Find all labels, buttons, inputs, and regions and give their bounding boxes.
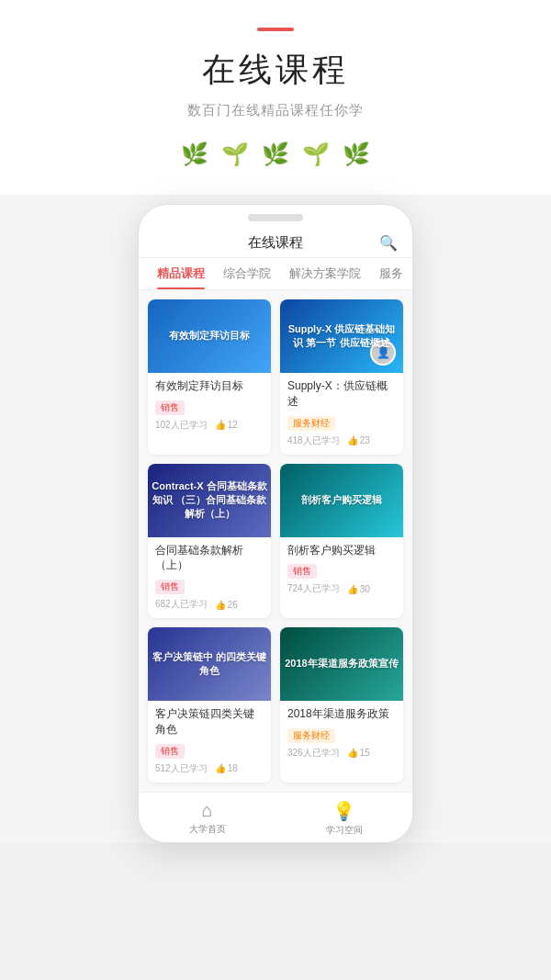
like-count-5: 👍 18: [215, 763, 238, 773]
plant-decoration: 🌿 🌱 🌿 🌱 🌿: [181, 141, 370, 167]
course-thumb-bg-6: 2018年渠道服务政策宣传: [280, 627, 403, 701]
course-name-4: 剖析客户购买逻辑: [287, 543, 396, 558]
like-num-1: 12: [228, 420, 238, 430]
like-num-3: 26: [228, 600, 238, 610]
course-tag-2: 服务财经: [287, 416, 335, 431]
learners-count-5: 512人已学习: [155, 762, 208, 775]
like-icon-3: 👍: [215, 600, 226, 610]
plant-icon-2: 🌱: [221, 141, 249, 167]
course-card-6[interactable]: 2018年渠道服务政策宣传 2018年渠道服务政策 服务财经 326人已学习 👍…: [280, 627, 403, 783]
like-count-6: 👍 15: [347, 748, 370, 758]
like-icon-2: 👍: [347, 435, 358, 445]
tab-premium[interactable]: 精品课程: [148, 258, 214, 289]
study-icon: 💡: [332, 800, 355, 822]
phone-header: 在线课程 🔍: [139, 227, 412, 258]
course-name-3: 合同基础条款解析（上）: [155, 543, 264, 574]
like-count-1: 👍 12: [215, 420, 238, 430]
course-thumb-text-2: Supply-X 供应链基础知识 第一节 供应链概述: [280, 319, 403, 355]
learners-count-1: 102人已学习: [155, 419, 208, 432]
course-stats-3: 682人已学习 👍 26: [155, 598, 264, 611]
phone-notch: [248, 214, 303, 221]
course-thumb-5: 客户决策链中 的四类关键角色: [148, 627, 271, 701]
home-icon: ⌂: [201, 800, 212, 821]
course-tabs: 精品课程 综合学院 解决方案学院 服务: [139, 258, 412, 290]
plant-icon-3: 🌿: [262, 141, 289, 167]
like-icon-6: 👍: [347, 748, 358, 758]
course-card-4[interactable]: 剖析客户购买逻辑 剖析客户购买逻辑 销售 724人已学习 👍 30: [280, 464, 403, 619]
course-stats-4: 724人已学习 👍 30: [287, 582, 396, 595]
course-tag-4: 销售: [287, 564, 317, 579]
hero-title: 在线课程: [202, 48, 349, 93]
course-thumb-bg-2: Supply-X 供应链基础知识 第一节 供应链概述 👤: [280, 299, 403, 373]
course-card-1[interactable]: 有效制定拜访目标 有效制定拜访目标 销售 102人已学习 👍 12: [148, 299, 271, 455]
course-name-6: 2018年渠道服务政策: [287, 706, 396, 722]
course-info-6: 2018年渠道服务政策 服务财经 326人已学习 👍 15: [280, 701, 403, 767]
learners-count-2: 418人已学习: [287, 434, 340, 447]
like-num-6: 15: [360, 748, 370, 758]
course-info-4: 剖析客户购买逻辑 销售 724人已学习 👍 30: [280, 537, 403, 603]
learners-count-3: 682人已学习: [155, 598, 208, 611]
course-thumb-3: Contract-X 合同基础条款知识 （三）合同基础条款解析（上）: [148, 464, 271, 537]
tab-solution[interactable]: 解决方案学院: [280, 258, 370, 289]
course-name-2: Supply-X：供应链概述: [287, 378, 396, 410]
course-thumb-bg-5: 客户决策链中 的四类关键角色: [148, 627, 271, 701]
nav-item-study[interactable]: 💡 学习空间: [276, 793, 412, 842]
hero-section: 在线课程 数百门在线精品课程任你学 🌿 🌱 🌿 🌱 🌿: [0, 0, 551, 195]
course-name-5: 客户决策链四类关键角色: [155, 706, 264, 738]
nav-item-home[interactable]: ⌂ 大学首页: [139, 793, 276, 842]
like-num-5: 18: [228, 763, 238, 773]
nav-label-home: 大学首页: [189, 823, 226, 836]
course-tag-1: 销售: [155, 400, 185, 415]
phone-wrapper: 在线课程 🔍 精品课程 综合学院 解决方案学院 服务 有效制定拜访目标 有效制定…: [0, 195, 551, 843]
course-name-1: 有效制定拜访目标: [155, 378, 264, 394]
course-info-3: 合同基础条款解析（上） 销售 682人已学习 👍 26: [148, 537, 271, 619]
course-thumb-text-3: Contract-X 合同基础条款知识 （三）合同基础条款解析（上）: [148, 476, 271, 525]
like-num-4: 30: [360, 584, 370, 594]
tab-college[interactable]: 综合学院: [214, 258, 280, 289]
phone-top-bar: [139, 205, 412, 227]
course-stats-2: 418人已学习 👍 23: [287, 434, 396, 447]
plant-icon-4: 🌱: [302, 141, 330, 167]
hero-accent-bar: [257, 28, 294, 31]
course-info-2: Supply-X：供应链概述 服务财经 418人已学习 👍 23: [280, 373, 403, 455]
course-tag-6: 服务财经: [287, 728, 335, 743]
like-count-3: 👍 26: [215, 600, 238, 610]
learners-count-4: 724人已学习: [287, 582, 340, 595]
course-tag-3: 销售: [155, 580, 185, 594]
course-stats-1: 102人已学习 👍 12: [155, 419, 264, 432]
course-thumb-text-6: 2018年渠道服务政策宣传: [281, 653, 401, 674]
course-card-3[interactable]: Contract-X 合同基础条款知识 （三）合同基础条款解析（上） 合同基础条…: [148, 464, 271, 619]
phone-mockup: 在线课程 🔍 精品课程 综合学院 解决方案学院 服务 有效制定拜访目标 有效制定…: [138, 204, 413, 843]
course-grid: 有效制定拜访目标 有效制定拜访目标 销售 102人已学习 👍 12: [139, 290, 412, 792]
learners-count-6: 326人已学习: [287, 747, 340, 760]
course-card-2[interactable]: Supply-X 供应链基础知识 第一节 供应链概述 👤 Supply-X：供应…: [280, 299, 403, 455]
plant-icon-1: 🌿: [181, 141, 208, 167]
course-stats-5: 512人已学习 👍 18: [155, 762, 264, 775]
course-thumb-text-5: 客户决策链中 的四类关键角色: [148, 647, 271, 682]
course-thumb-bg-4: 剖析客户购买逻辑: [280, 464, 403, 537]
course-thumb-4: 剖析客户购买逻辑: [280, 464, 403, 537]
phone-header-title: 在线课程: [248, 234, 303, 252]
course-thumb-1: 有效制定拜访目标: [148, 299, 271, 373]
like-count-2: 👍 23: [347, 435, 370, 445]
course-thumb-text-1: 有效制定拜访目标: [165, 325, 253, 346]
like-num-2: 23: [360, 435, 370, 445]
course-thumb-text-4: 剖析客户购买逻辑: [298, 490, 386, 511]
search-icon[interactable]: 🔍: [379, 234, 398, 252]
like-icon-1: 👍: [215, 420, 226, 430]
like-icon-5: 👍: [215, 763, 226, 773]
nav-label-study: 学习空间: [326, 824, 363, 837]
phone-nav: ⌂ 大学首页 💡 学习空间: [139, 792, 412, 842]
course-thumb-2: Supply-X 供应链基础知识 第一节 供应链概述 👤: [280, 299, 403, 373]
course-tag-5: 销售: [155, 744, 185, 759]
course-card-5[interactable]: 客户决策链中 的四类关键角色 客户决策链四类关键角色 销售 512人已学习 👍 …: [148, 627, 271, 783]
tab-service[interactable]: 服务: [370, 258, 412, 289]
course-info-5: 客户决策链四类关键角色 销售 512人已学习 👍 18: [148, 701, 271, 783]
like-count-4: 👍 30: [347, 584, 370, 594]
course-info-1: 有效制定拜访目标 销售 102人已学习 👍 12: [148, 373, 271, 439]
plant-icon-5: 🌿: [343, 141, 370, 167]
course-thumb-bg-3: Contract-X 合同基础条款知识 （三）合同基础条款解析（上）: [148, 464, 271, 537]
course-thumb-6: 2018年渠道服务政策宣传: [280, 627, 403, 701]
like-icon-4: 👍: [347, 584, 358, 594]
course-thumb-bg-1: 有效制定拜访目标: [148, 299, 271, 373]
